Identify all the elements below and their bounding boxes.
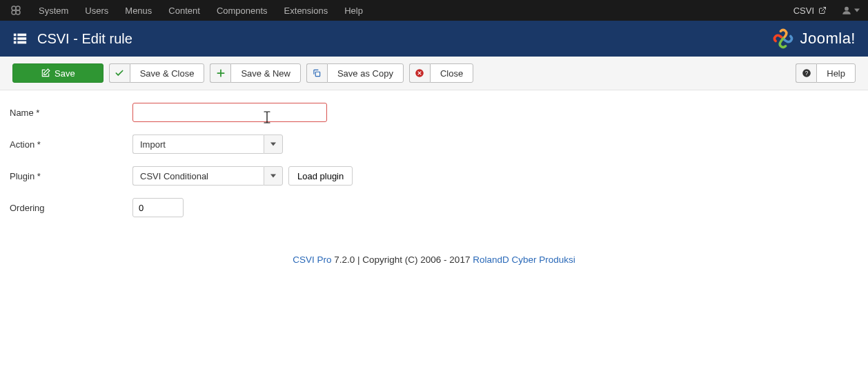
- cancel-icon: [409, 63, 430, 83]
- save-label: Save: [55, 68, 75, 79]
- help-icon: ?: [796, 63, 816, 83]
- svg-point-2: [12, 10, 16, 14]
- edit-form: Name * Action * Import Plugin * CSVI Con…: [0, 90, 868, 249]
- plugin-value: CSVI Conditional: [132, 166, 264, 186]
- name-label: Name *: [10, 108, 132, 118]
- svg-rect-5: [14, 34, 17, 37]
- close-button[interactable]: Close: [409, 63, 473, 83]
- ordering-input[interactable]: [132, 198, 184, 217]
- save-copy-button[interactable]: Save as Copy: [306, 63, 404, 83]
- name-input[interactable]: [132, 103, 327, 122]
- save-new-button[interactable]: Save & New: [210, 63, 301, 83]
- action-label: Action *: [10, 139, 132, 150]
- menu-content[interactable]: Content: [160, 1, 208, 20]
- site-link[interactable]: CSVI: [787, 1, 834, 20]
- svg-point-1: [16, 6, 20, 10]
- menu-components[interactable]: Components: [208, 1, 276, 20]
- check-icon: [109, 63, 130, 83]
- joomla-wordmark: Joomla!: [800, 30, 856, 48]
- site-link-label: CSVI: [793, 6, 814, 16]
- footer-version-text: 7.2.0 | Copyright (C) 2006 - 2017: [332, 255, 473, 265]
- plugin-label: Plugin *: [10, 171, 132, 181]
- footer: CSVI Pro 7.2.0 | Copyright (C) 2006 - 20…: [0, 249, 868, 279]
- action-toolbar: Save Save & Close Save & New Save as Cop…: [0, 57, 868, 90]
- joomla-logo-icon: [771, 26, 796, 51]
- save-new-label: Save & New: [230, 63, 301, 83]
- save-button[interactable]: Save: [12, 63, 103, 83]
- action-value: Import: [132, 134, 264, 154]
- caret-down-icon[interactable]: [264, 166, 283, 186]
- plugin-select[interactable]: CSVI Conditional: [132, 166, 283, 186]
- list-icon: [12, 31, 28, 46]
- close-label: Close: [430, 63, 473, 83]
- page-title-bar: CSVI - Edit rule Joomla!: [0, 21, 868, 57]
- menu-menus[interactable]: Menus: [117, 1, 160, 20]
- svg-point-4: [845, 7, 849, 11]
- footer-product-link[interactable]: CSVI Pro: [293, 255, 331, 265]
- external-link-icon: [818, 6, 827, 14]
- footer-vendor-link[interactable]: RolandD Cyber Produksi: [473, 255, 575, 265]
- svg-rect-11: [316, 72, 320, 76]
- save-close-button[interactable]: Save & Close: [109, 63, 205, 83]
- joomla-menu-icon[interactable]: [10, 4, 22, 17]
- user-icon: [842, 6, 851, 15]
- menu-system[interactable]: System: [30, 1, 77, 20]
- svg-rect-9: [14, 41, 17, 44]
- page-title: CSVI - Edit rule: [37, 31, 132, 47]
- svg-rect-6: [17, 34, 26, 37]
- admin-top-bar: System Users Menus Content Components Ex…: [0, 0, 868, 21]
- svg-text:?: ?: [805, 70, 808, 77]
- menu-users[interactable]: Users: [77, 1, 117, 20]
- load-plugin-button[interactable]: Load plugin: [288, 166, 353, 186]
- plus-icon: [210, 63, 230, 83]
- help-button[interactable]: ? Help: [796, 63, 856, 83]
- action-select[interactable]: Import: [132, 134, 283, 154]
- menu-extensions[interactable]: Extensions: [276, 1, 337, 20]
- svg-rect-8: [17, 37, 26, 40]
- joomla-brand[interactable]: Joomla!: [771, 26, 856, 51]
- save-close-label: Save & Close: [130, 63, 205, 83]
- svg-rect-7: [14, 37, 17, 40]
- user-menu[interactable]: [839, 6, 862, 15]
- svg-point-0: [12, 6, 16, 10]
- ordering-label: Ordering: [10, 203, 132, 213]
- copy-icon: [306, 63, 327, 83]
- edit-icon: [41, 68, 50, 78]
- save-copy-label: Save as Copy: [327, 63, 404, 83]
- svg-rect-10: [17, 41, 26, 44]
- caret-down-icon[interactable]: [264, 134, 283, 154]
- menu-help[interactable]: Help: [336, 1, 371, 20]
- svg-point-3: [16, 10, 20, 14]
- caret-down-icon: [854, 8, 860, 13]
- help-label: Help: [816, 63, 856, 83]
